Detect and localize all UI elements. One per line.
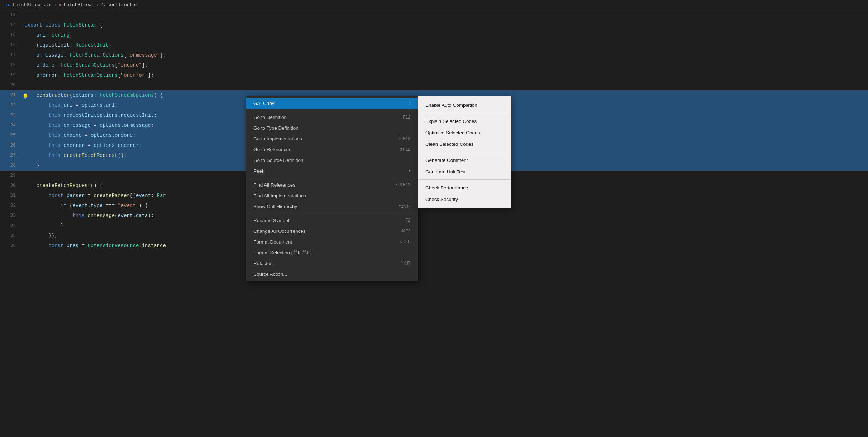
line-content: requestInit: RequestInit; xyxy=(22,40,868,50)
breadcrumb-sep1: › xyxy=(54,2,57,8)
line-number: 35 xyxy=(0,231,22,241)
menu-item-label: Find All References xyxy=(253,182,386,188)
menu-item-shortcut: ⌘F2 xyxy=(401,229,410,234)
line-number: 19 xyxy=(0,70,22,80)
submenu-item-clean-selected-codes[interactable]: Clean Selected Codes xyxy=(418,138,511,150)
breadcrumb-icon-class: ◈ xyxy=(59,2,61,8)
menu-item-peek[interactable]: Peek› xyxy=(246,165,418,176)
menu-item-find-all-references[interactable]: Find All References⌥⇧F12 xyxy=(246,179,418,190)
menu-item-label: Go to Type Definition xyxy=(253,125,410,131)
menu-item-refactor[interactable]: Refactor...⌃⇧R xyxy=(246,258,418,269)
submenu-arrow-icon: › xyxy=(409,168,410,173)
breadcrumb-sep2: › xyxy=(96,2,99,8)
menu-item-shortcut: F2 xyxy=(405,218,410,223)
menu-item-format-selection[interactable]: Format Selection [⌘K ⌘F] xyxy=(246,247,418,258)
line-number: 26 xyxy=(0,140,22,150)
line-number: 33 xyxy=(0,211,22,221)
menu-item-shortcut: ⌘F12 xyxy=(399,136,410,141)
menu-item-label: Go to Source Definition xyxy=(253,158,410,163)
submenu-item-generate-comment[interactable]: Generate Comment xyxy=(418,154,511,166)
menu-item-label: Peek xyxy=(253,168,409,174)
line-number: 22 xyxy=(0,100,22,110)
menu-separator xyxy=(246,110,418,110)
line-content: export class FetchStream { xyxy=(22,20,868,30)
menu-item-label: Show Call Hierarchy xyxy=(253,204,390,209)
submenu-item-explain-selected-codes[interactable]: Explain Selected Codes xyxy=(418,115,511,127)
menu-item-label: GAI Choy xyxy=(253,101,409,106)
code-line-20: 20 xyxy=(0,80,868,90)
menu-item-label: Rename Symbol xyxy=(253,218,397,223)
menu-item-label: Find All Implementations xyxy=(253,193,410,198)
menu-item-show-call-hierarchy[interactable]: Show Call Hierarchy⌥⇧H xyxy=(246,201,418,212)
line-content: url: string; xyxy=(22,30,868,40)
line-number: 36 xyxy=(0,241,22,251)
context-menu-overlay: GAI Choy›Go to DefinitionF12Go to Type D… xyxy=(246,96,511,281)
submenu-item-generate-unit-test[interactable]: Generate Unit Test xyxy=(418,166,511,177)
line-number: 20 xyxy=(0,80,22,90)
line-number: 13 xyxy=(0,10,22,20)
line-number: 15 xyxy=(0,30,22,40)
menu-item-go-to-definition[interactable]: Go to DefinitionF12 xyxy=(246,112,418,123)
submenu-item-check-performance[interactable]: Check Performance xyxy=(418,182,511,193)
menu-item-find-all-implementations[interactable]: Find All Implementations xyxy=(246,190,418,201)
code-line-13: 13 xyxy=(0,10,868,20)
breadcrumb: TS FetchStream.ts › ◈ FetchStream › ⬡ co… xyxy=(0,0,868,10)
code-line-18: 18 ondone: FetchStreamOptions["ondone"]; xyxy=(0,60,868,70)
menu-item-label: Source Action... xyxy=(253,272,410,277)
breadcrumb-icon-fn: ⬡ xyxy=(101,2,105,8)
line-number: 21 xyxy=(0,90,22,100)
menu-item-shortcut: ⌥⇧H xyxy=(399,204,410,209)
breadcrumb-ts-icon: TS xyxy=(6,3,10,7)
code-line-17: 17 onmessage: FetchStreamOptions["onmess… xyxy=(0,50,868,60)
line-number: 32 xyxy=(0,201,22,211)
breadcrumb-file[interactable]: FetchStream.ts xyxy=(13,2,52,8)
submenu-separator xyxy=(418,179,511,180)
menu-item-label: Change All Occurrences xyxy=(253,229,392,234)
line-content: onerror: FetchStreamOptions["onerror"]; xyxy=(22,70,868,80)
line-number: 25 xyxy=(0,130,22,140)
line-number: 31 xyxy=(0,191,22,201)
submenu-item-enable-auto-completion[interactable]: Enable Auto Completion xyxy=(418,99,511,111)
submenu-separator xyxy=(418,152,511,152)
line-number: 29 xyxy=(0,171,22,181)
menu-item-change-all-occurrences[interactable]: Change All Occurrences⌘F2 xyxy=(246,226,418,236)
submenu-item-optimize-selected-codes[interactable]: Optimize Selected Codes xyxy=(418,127,511,138)
menu-item-label: Refactor... xyxy=(253,261,391,266)
line-number: 23 xyxy=(0,110,22,120)
line-number: 30 xyxy=(0,181,22,191)
menu-item-source-action[interactable]: Source Action... xyxy=(246,269,418,279)
breadcrumb-constructor[interactable]: constructor xyxy=(107,2,138,8)
submenu-arrow-icon: › xyxy=(409,101,410,106)
line-number: 16 xyxy=(0,40,22,50)
menu-separator xyxy=(246,178,418,178)
menu-item-go-to-type-definition[interactable]: Go to Type Definition xyxy=(246,123,418,133)
menu-item-shortcut: ⇧F12 xyxy=(399,147,410,152)
menu-item-go-to-source-definition[interactable]: Go to Source Definition xyxy=(246,155,418,165)
menu-item-go-to-implementations[interactable]: Go to Implementations⌘F12 xyxy=(246,133,418,144)
line-content: onmessage: FetchStreamOptions["onmessage… xyxy=(22,50,868,60)
menu-item-shortcut: ⌥⌘L xyxy=(399,239,410,244)
submenu-item-check-security[interactable]: Check Security xyxy=(418,193,511,205)
menu-item-shortcut: F12 xyxy=(403,115,410,120)
menu-item-label: Go to References xyxy=(253,147,391,152)
code-line-16: 16 requestInit: RequestInit; xyxy=(0,40,868,50)
menu-item-rename-symbol[interactable]: Rename SymbolF2 xyxy=(246,215,418,226)
code-line-14: 14export class FetchStream { xyxy=(0,20,868,30)
context-menu: GAI Choy›Go to DefinitionF12Go to Type D… xyxy=(246,96,418,281)
menu-separator xyxy=(246,213,418,213)
menu-item-format-document[interactable]: Format Document⌥⌘L xyxy=(246,236,418,247)
line-number: 17 xyxy=(0,50,22,60)
line-number: 28 xyxy=(0,160,22,171)
menu-item-go-to-references[interactable]: Go to References⇧F12 xyxy=(246,144,418,155)
menu-item-shortcut: ⌥⇧F12 xyxy=(394,182,410,187)
line-number: 27 xyxy=(0,150,22,160)
submenu-gai-choy: Enable Auto CompletionExplain Selected C… xyxy=(418,96,511,208)
menu-item-shortcut: ⌃⇧R xyxy=(400,261,410,266)
code-line-15: 15 url: string; xyxy=(0,30,868,40)
menu-item-label: Format Document xyxy=(253,239,390,245)
menu-item-label: Go to Implementations xyxy=(253,136,390,141)
menu-item-gai-choy[interactable]: GAI Choy› xyxy=(246,98,418,109)
breadcrumb-class[interactable]: FetchStream xyxy=(63,2,94,8)
menu-item-label: Go to Definition xyxy=(253,115,394,120)
line-content: ondone: FetchStreamOptions["ondone"]; xyxy=(22,60,868,70)
